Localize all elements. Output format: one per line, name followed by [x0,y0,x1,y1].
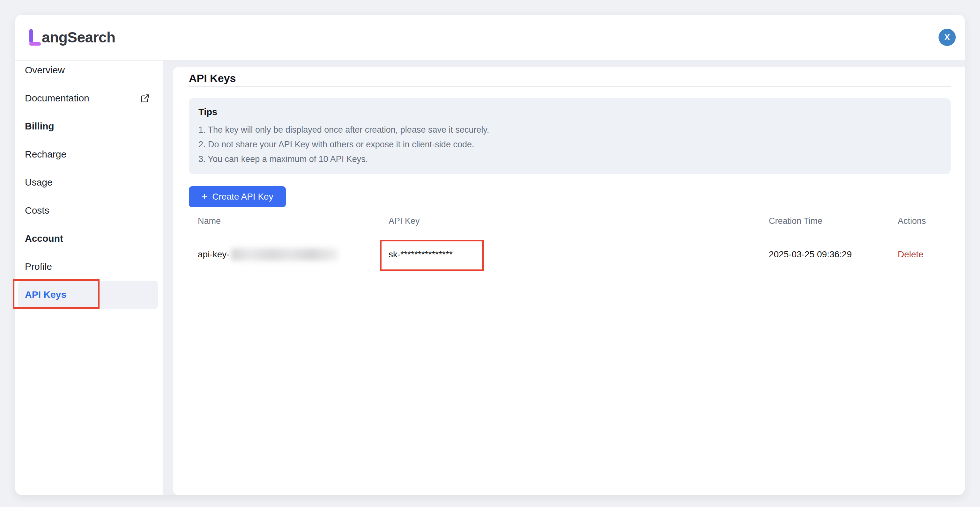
column-header-actions: Actions [889,216,951,226]
sidebar-item-documentation[interactable]: Documentation [15,84,163,112]
tip-item: 1. The key will only be displayed once a… [199,122,941,137]
external-link-icon [140,94,150,103]
tip-item: 3. You can keep a maximum of 10 API Keys… [199,152,941,167]
cell-key-name: api-key- [189,248,380,261]
table-row: api-key- sk-*************** 2025-03-25 0… [189,235,951,273]
sidebar-item-costs[interactable]: Costs [15,196,163,224]
tips-box: Tips 1. The key will only be displayed o… [189,98,951,174]
sidebar-item-usage[interactable]: Usage [15,168,163,196]
tips-title: Tips [199,107,941,118]
user-avatar[interactable]: X [939,29,956,46]
cell-creation-time: 2025-03-25 09:36:29 [760,250,889,259]
langsearch-logo: angSearch [28,29,116,46]
column-header-api-key: API Key [380,216,760,226]
sidebar: Overview Documentation Billing Recharge [15,60,163,495]
app-window: angSearch X Overview Documentation B [15,15,965,495]
top-header: angSearch X [15,15,965,60]
tip-item: 2. Do not share your API Key with others… [199,137,941,152]
plus-icon: + [201,191,208,202]
content-panel: API Keys Tips 1. The key will only be di… [173,67,965,495]
sidebar-item-recharge[interactable]: Recharge [15,140,163,168]
sidebar-item-api-keys[interactable]: API Keys [18,281,158,309]
api-keys-table: Name API Key Creation Time Actions api-k… [189,207,951,273]
page-title: API Keys [189,67,951,86]
sidebar-item-profile[interactable]: Profile [15,253,163,281]
column-header-creation-time: Creation Time [760,216,889,226]
table-header-row: Name API Key Creation Time Actions [189,207,951,235]
logo-l-icon [28,29,41,46]
redacted-name-blur [231,248,338,261]
cell-api-key-masked: sk-*************** [380,250,760,259]
delete-key-link[interactable]: Delete [898,250,924,259]
create-api-key-button[interactable]: + Create API Key [189,186,286,207]
column-header-name: Name [189,216,380,226]
title-divider [189,86,951,87]
sidebar-section-billing: Billing [15,112,163,140]
sidebar-section-account: Account [15,224,163,253]
sidebar-item-overview[interactable]: Overview [15,56,163,84]
main-region: API Keys Tips 1. The key will only be di… [163,60,965,495]
logo-wordmark: angSearch [42,29,116,46]
